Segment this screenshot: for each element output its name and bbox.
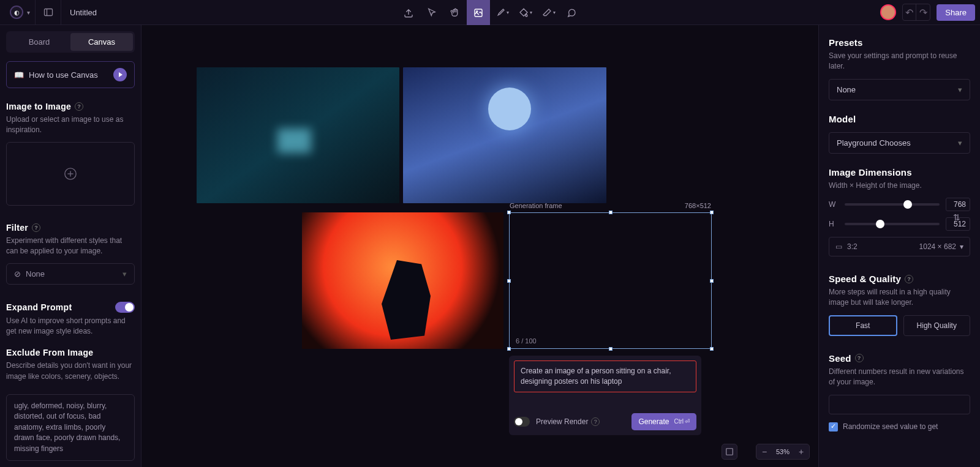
chevron-down-icon: ▾ <box>958 138 962 148</box>
height-slider[interactable] <box>845 223 940 225</box>
presets-desc: Save your settings and prompt to reuse l… <box>829 51 970 72</box>
document-title[interactable]: Untitled <box>61 8 105 17</box>
img2img-title: Image to Image? <box>6 102 135 111</box>
hand-tool[interactable] <box>443 0 467 25</box>
model-title: Model <box>829 114 970 124</box>
aspect-icon: ▭ <box>835 242 842 251</box>
resize-handle[interactable] <box>507 347 511 351</box>
presets-value: None <box>837 85 856 94</box>
book-icon: 📖 <box>14 70 24 80</box>
comment-tool[interactable] <box>560 0 583 25</box>
resize-handle[interactable] <box>710 347 714 351</box>
svg-rect-0 <box>44 9 52 16</box>
speed-fast-button[interactable]: Fast <box>829 315 897 336</box>
quality-title: Speed & Quality? <box>829 274 970 284</box>
speed-highquality-button[interactable]: High Quality <box>903 315 971 336</box>
help-icon[interactable]: ? <box>75 102 83 111</box>
effective-size: 1024 × 682 <box>919 242 956 251</box>
export-button[interactable] <box>397 0 420 25</box>
share-button[interactable]: Share <box>937 4 975 21</box>
redo-button[interactable]: ↷ <box>916 4 930 20</box>
height-label: H <box>829 220 839 228</box>
how-to-use-canvas[interactable]: 📖 How to use Canvas <box>6 61 135 88</box>
help-icon[interactable]: ? <box>32 223 40 232</box>
app-logo-menu[interactable]: ◐ ▾ <box>5 0 36 24</box>
tab-canvas[interactable]: Canvas <box>70 33 133 51</box>
chevron-down-icon: ▾ <box>123 269 127 278</box>
help-icon[interactable]: ? <box>591 417 600 426</box>
exclude-desc: Describe details you don't want in your … <box>6 361 135 382</box>
model-value: Playground Chooses <box>837 138 911 148</box>
dimensions-desc: Width × Height of the image. <box>829 181 970 191</box>
tab-board[interactable]: Board <box>8 33 70 51</box>
eraser-tool[interactable]: ▾ <box>537 0 560 25</box>
chevron-down-icon: ▾ <box>960 242 963 251</box>
svg-rect-7 <box>726 449 733 455</box>
seed-desc: Different numbers result in new variatio… <box>829 367 970 387</box>
prompt-panel: Create an image of a person sitting on a… <box>509 356 701 435</box>
expand-prompt-desc: Use AI to improve short prompts and get … <box>6 316 135 337</box>
aspect-value: 3:2 <box>847 242 858 251</box>
generate-label: Generate <box>638 417 669 426</box>
model-select[interactable]: Playground Chooses ▾ <box>829 132 970 154</box>
prompt-input[interactable]: Create an image of a person sitting on a… <box>514 361 696 392</box>
resize-handle[interactable] <box>710 279 714 283</box>
brush-tool[interactable]: ▾ <box>490 0 513 25</box>
fill-tool[interactable]: ▾ <box>513 0 537 25</box>
seed-input[interactable] <box>829 395 970 414</box>
chevron-down-icon: ▾ <box>958 85 962 94</box>
zoom-fit-button[interactable] <box>722 444 737 460</box>
expand-prompt-title: Expand Prompt <box>6 302 72 312</box>
presets-title: Presets <box>829 37 970 48</box>
zoom-in-button[interactable]: + <box>793 444 809 459</box>
generated-image[interactable] <box>302 212 503 349</box>
help-icon[interactable]: ? <box>855 354 864 362</box>
width-slider[interactable] <box>845 203 940 206</box>
filter-select[interactable]: ⊘ None ▾ <box>6 263 135 285</box>
filter-desc: Experiment with different styles that ca… <box>6 236 135 257</box>
generated-image[interactable] <box>197 67 399 203</box>
generate-frame-tool[interactable] <box>467 0 490 25</box>
randomize-seed-checkbox[interactable]: ✓ <box>829 422 838 432</box>
resize-handle[interactable] <box>710 211 714 214</box>
quality-desc: More steps will result in a high quality… <box>829 287 970 308</box>
generate-button[interactable]: Generate Ctrl ⏎ <box>631 413 696 430</box>
resize-handle[interactable] <box>609 347 612 351</box>
logo-icon: ◐ <box>10 6 23 19</box>
canvas-area[interactable]: Generation frame 768×512 6 / 100 Create … <box>141 25 818 467</box>
zoom-value[interactable]: 53% <box>772 448 793 455</box>
preview-render-toggle[interactable] <box>514 417 530 427</box>
pointer-tool[interactable] <box>420 0 443 25</box>
width-value[interactable]: 768 <box>946 198 970 211</box>
zoom-out-button[interactable]: − <box>756 444 772 459</box>
swap-dimensions-icon[interactable]: ⇅ <box>953 212 960 222</box>
preview-render-label: Preview Render <box>536 417 588 426</box>
aspect-ratio-select[interactable]: ▭ 3:2 1024 × 682▾ <box>829 237 970 256</box>
resize-handle[interactable] <box>609 211 612 214</box>
user-avatar[interactable] <box>880 4 896 20</box>
filter-title: Filter? <box>6 223 135 233</box>
generation-frame-size: 768×512 <box>685 202 711 209</box>
panel-toggle-button[interactable] <box>36 0 61 24</box>
dimensions-title: Image Dimensions <box>829 167 970 177</box>
expand-prompt-toggle[interactable] <box>115 302 135 313</box>
undo-button[interactable]: ↶ <box>903 4 916 20</box>
generated-image[interactable] <box>403 67 606 203</box>
resize-handle[interactable] <box>507 279 511 283</box>
exclude-textarea[interactable]: ugly, deformed, noisy, blurry, distorted… <box>6 394 135 461</box>
play-icon <box>113 68 127 81</box>
generation-frame-label: Generation frame <box>510 202 562 209</box>
filter-value: None <box>26 269 45 278</box>
width-label: W <box>829 200 839 209</box>
exclude-title: Exclude From Image <box>6 348 135 357</box>
no-filter-icon: ⊘ <box>14 269 21 278</box>
zoom-controls: − 53% + <box>756 444 810 460</box>
resize-handle[interactable] <box>507 211 511 214</box>
image-upload-box[interactable] <box>6 142 135 206</box>
keyboard-hint: Ctrl ⏎ <box>674 418 690 425</box>
generation-frame[interactable]: Generation frame 768×512 6 / 100 <box>509 212 712 349</box>
help-icon[interactable]: ? <box>905 275 913 283</box>
svg-point-3 <box>477 10 478 12</box>
generation-count: 6 / 100 <box>516 337 537 345</box>
presets-select[interactable]: None ▾ <box>829 79 970 100</box>
